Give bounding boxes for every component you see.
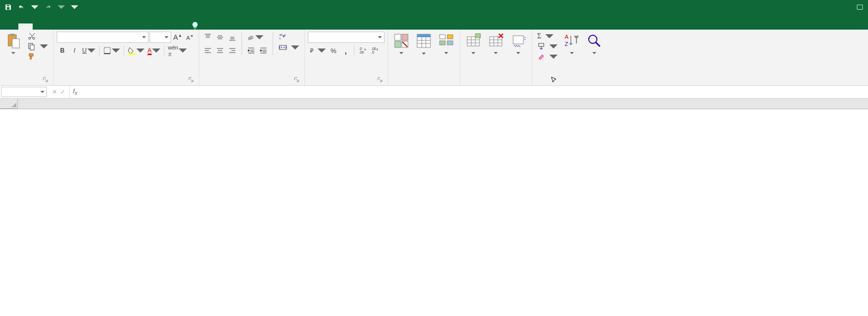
magnifier-icon bbox=[586, 33, 602, 49]
tab-review[interactable] bbox=[90, 23, 104, 30]
svg-text:.00: .00 bbox=[371, 47, 376, 51]
font-size-select[interactable] bbox=[150, 32, 171, 43]
dialog-launcher-icon[interactable] bbox=[293, 77, 300, 84]
format-cells-button[interactable] bbox=[508, 32, 528, 56]
enter-formula-icon[interactable]: ✓ bbox=[60, 88, 65, 95]
group-clipboard bbox=[0, 30, 54, 85]
svg-point-76 bbox=[589, 35, 597, 43]
undo-icon[interactable] bbox=[15, 1, 28, 13]
ribbon: A▲ A▼ B I U A wén文 bbox=[0, 30, 868, 86]
svg-rect-73 bbox=[539, 43, 544, 46]
accounting-format-button[interactable]: ₽ bbox=[308, 45, 327, 56]
group-cells bbox=[460, 30, 532, 85]
ribbon-display-icon[interactable] bbox=[854, 1, 866, 13]
format-painter-button[interactable] bbox=[26, 52, 50, 61]
dialog-launcher-icon[interactable] bbox=[376, 77, 383, 84]
sort-filter-button[interactable]: AZ bbox=[562, 32, 582, 56]
brush-icon bbox=[28, 53, 36, 61]
align-top-button[interactable] bbox=[202, 32, 213, 43]
cancel-formula-icon[interactable]: ✕ bbox=[52, 88, 57, 95]
clear-button[interactable] bbox=[535, 52, 560, 61]
tell-me-search[interactable] bbox=[186, 21, 207, 30]
qat-customize-icon[interactable] bbox=[68, 1, 81, 13]
paste-button[interactable] bbox=[3, 32, 23, 56]
format-cells-icon bbox=[510, 33, 526, 49]
group-alignment: ab abc bbox=[199, 30, 305, 85]
cell-styles-button[interactable] bbox=[436, 32, 456, 56]
shrink-font-button[interactable]: A▼ bbox=[184, 32, 196, 43]
svg-rect-64 bbox=[475, 34, 480, 38]
conditional-format-button[interactable] bbox=[391, 32, 412, 56]
save-icon[interactable] bbox=[2, 1, 14, 13]
grow-font-button[interactable]: A▲ bbox=[172, 32, 183, 43]
copy-button[interactable] bbox=[26, 42, 50, 51]
svg-text:₽: ₽ bbox=[310, 47, 314, 54]
align-bottom-button[interactable] bbox=[227, 32, 238, 43]
bold-button[interactable]: B bbox=[57, 45, 68, 56]
dialog-launcher-icon[interactable] bbox=[187, 77, 195, 84]
font-color-button[interactable]: A bbox=[147, 45, 161, 56]
orientation-button[interactable]: ab bbox=[246, 32, 264, 43]
svg-rect-72 bbox=[513, 36, 523, 44]
tab-help[interactable] bbox=[133, 23, 147, 30]
tab-insert[interactable] bbox=[33, 23, 47, 30]
svg-rect-6 bbox=[104, 47, 110, 54]
tab-home[interactable] bbox=[18, 23, 33, 30]
phonetic-button[interactable]: wén文 bbox=[167, 45, 188, 56]
tab-data[interactable] bbox=[76, 23, 90, 30]
group-editing: Σ AZ bbox=[532, 30, 608, 85]
group-label bbox=[308, 83, 384, 84]
bucket-icon bbox=[128, 46, 136, 55]
wrap-text-button[interactable]: abc bbox=[277, 32, 301, 41]
find-select-button[interactable] bbox=[584, 32, 605, 56]
tab-file[interactable] bbox=[4, 23, 18, 30]
tab-formulas[interactable] bbox=[61, 23, 76, 30]
svg-rect-44 bbox=[395, 34, 401, 40]
italic-button[interactable]: I bbox=[69, 45, 80, 56]
svg-text:c: c bbox=[279, 37, 281, 40]
redo-icon[interactable] bbox=[42, 1, 54, 13]
insert-cells-icon bbox=[465, 33, 481, 49]
merge-center-button[interactable] bbox=[277, 43, 301, 52]
undo-dropdown-icon[interactable] bbox=[29, 1, 41, 13]
redo-dropdown-icon[interactable] bbox=[55, 1, 67, 13]
number-format-select[interactable] bbox=[308, 32, 384, 43]
align-right-button[interactable] bbox=[227, 45, 238, 56]
svg-rect-46 bbox=[395, 41, 401, 47]
cut-button[interactable] bbox=[26, 32, 50, 41]
wrap-icon: abc bbox=[279, 32, 287, 40]
align-left-button[interactable] bbox=[202, 45, 213, 56]
dialog-launcher-icon[interactable] bbox=[42, 77, 49, 84]
font-name-select[interactable] bbox=[57, 32, 149, 43]
tab-view[interactable] bbox=[104, 23, 118, 30]
group-label bbox=[202, 83, 301, 84]
increase-decimal-button[interactable]: .0.00 bbox=[357, 45, 368, 56]
svg-rect-57 bbox=[440, 41, 445, 45]
tab-pivot[interactable] bbox=[161, 23, 176, 30]
tab-dev[interactable] bbox=[118, 23, 133, 30]
autosum-button[interactable]: Σ bbox=[535, 32, 560, 41]
decrease-decimal-button[interactable]: .00.0 bbox=[369, 45, 380, 56]
select-all-corner[interactable] bbox=[0, 99, 18, 109]
fx-icon[interactable]: fx bbox=[70, 88, 80, 96]
tab-special[interactable] bbox=[147, 23, 161, 30]
delete-cells-button[interactable] bbox=[486, 32, 506, 56]
insert-cells-button[interactable] bbox=[463, 32, 484, 56]
border-button[interactable] bbox=[102, 45, 121, 56]
border-icon bbox=[103, 46, 111, 55]
align-center-button[interactable] bbox=[214, 45, 226, 56]
percent-button[interactable]: % bbox=[328, 45, 339, 56]
comma-button[interactable]: , bbox=[340, 45, 351, 56]
format-as-table-button[interactable] bbox=[414, 32, 434, 58]
align-middle-button[interactable] bbox=[214, 32, 226, 43]
group-font: A▲ A▼ B I U A wén文 bbox=[54, 30, 199, 85]
fill-button[interactable] bbox=[535, 42, 560, 51]
fill-color-button[interactable] bbox=[127, 45, 146, 56]
svg-rect-0 bbox=[857, 5, 863, 10]
indent-decrease-button[interactable] bbox=[246, 45, 257, 56]
scissors-icon bbox=[28, 32, 36, 40]
name-box[interactable] bbox=[1, 87, 47, 97]
indent-increase-button[interactable] bbox=[258, 45, 269, 56]
tab-layout[interactable] bbox=[47, 23, 61, 30]
underline-button[interactable]: U bbox=[81, 45, 97, 56]
